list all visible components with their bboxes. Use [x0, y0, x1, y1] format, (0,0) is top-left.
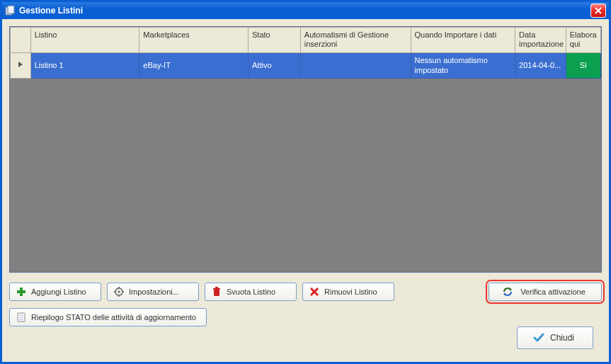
toolbar-row-1: Aggiungi Listino Impostazioni... Svuota … [9, 283, 602, 301]
gear-icon [113, 286, 125, 297]
riepilogo-stato-label: Riepilogo STATO delle attività di aggior… [31, 313, 196, 322]
window-close-button[interactable] [590, 4, 606, 18]
table-row[interactable]: Listino 1 eBay-IT Attivo Nessun automati… [11, 53, 601, 79]
client-area: Listino Marketplaces Stato Automatismi d… [2, 19, 609, 362]
col-header-marketplaces[interactable]: Marketplaces [139, 28, 249, 53]
trash-icon [211, 286, 222, 297]
aggiungi-listino-label: Aggiungi Listino [31, 288, 86, 296]
col-header-automatismi[interactable]: Automatismi di Gestione inserzioni [300, 28, 411, 53]
chiudi-label: Chiudi [550, 333, 574, 343]
footer-row: Chiudi [517, 326, 593, 349]
svg-marker-18 [510, 288, 512, 291]
grid-header-row: Listino Marketplaces Stato Automatismi d… [11, 28, 601, 53]
plus-icon [16, 286, 27, 297]
col-header-listino[interactable]: Listino [30, 28, 139, 53]
window-title: Gestione Listini [19, 6, 83, 16]
window-frame: Gestione Listini [0, 0, 611, 364]
svuota-listino-button[interactable]: Svuota Listino [205, 283, 297, 301]
aggiungi-listino-button[interactable]: Aggiungi Listino [9, 283, 101, 301]
riepilogo-stato-button[interactable]: Riepilogo STATO delle attività di aggior… [9, 308, 207, 326]
close-icon [595, 7, 602, 14]
svg-point-8 [118, 290, 120, 293]
col-header-quando[interactable]: Quando Importare i dati [411, 28, 515, 53]
svg-rect-1 [8, 6, 14, 13]
cell-listino[interactable]: Listino 1 [30, 53, 139, 79]
col-header-stato[interactable]: Stato [249, 28, 301, 53]
document-icon [16, 312, 27, 323]
app-icon [5, 6, 15, 16]
col-header-elabora[interactable]: Elabora qui [566, 28, 600, 53]
svg-marker-4 [18, 62, 23, 67]
toolbar-row-2: Riepilogo STATO delle attività di aggior… [9, 308, 602, 326]
svg-marker-19 [503, 292, 506, 296]
svg-rect-6 [17, 290, 25, 293]
row-indicator-icon [17, 61, 24, 68]
listini-grid[interactable]: Listino Marketplaces Stato Automatismi d… [9, 26, 602, 273]
cell-elabora[interactable]: Sì [566, 53, 600, 79]
rimuovi-listino-button[interactable]: Rimuovi Listino [302, 283, 394, 301]
titlebar: Gestione Listini [2, 2, 609, 19]
cell-marketplaces[interactable]: eBay-IT [139, 53, 249, 79]
cell-stato[interactable]: Attivo [249, 53, 301, 79]
check-icon [533, 332, 544, 343]
rimuovi-listino-label: Rimuovi Listino [324, 288, 377, 296]
row-header-blank [11, 28, 31, 53]
row-selector[interactable] [11, 53, 31, 79]
svg-rect-14 [213, 288, 220, 290]
refresh-icon [502, 286, 513, 297]
svg-rect-15 [215, 287, 218, 288]
svg-rect-13 [214, 290, 219, 296]
cell-automatismi[interactable] [300, 53, 411, 79]
verifica-attivazione-button[interactable]: Verifica attivazione [489, 283, 602, 301]
col-header-data[interactable]: Data importazione [515, 28, 566, 53]
cell-quando[interactable]: Nessun automatismo impostato [411, 53, 515, 79]
cell-data[interactable]: 2014-04-0... [515, 53, 566, 79]
remove-icon [309, 286, 320, 297]
svuota-listino-label: Svuota Listino [227, 288, 275, 296]
chiudi-button[interactable]: Chiudi [517, 326, 593, 349]
verifica-attivazione-label: Verifica attivazione [520, 288, 586, 296]
impostazioni-button[interactable]: Impostazioni... [107, 283, 199, 301]
impostazioni-label: Impostazioni... [129, 288, 179, 296]
